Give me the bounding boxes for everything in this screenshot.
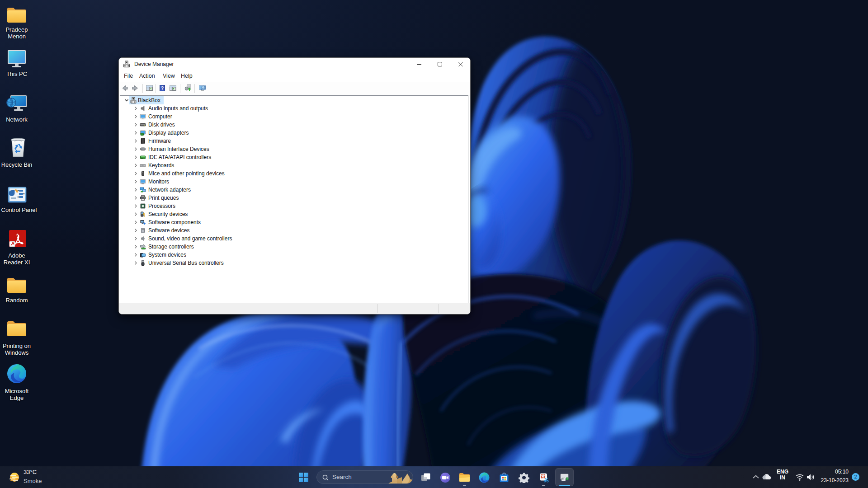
svg-text:?: ? [161, 85, 164, 91]
